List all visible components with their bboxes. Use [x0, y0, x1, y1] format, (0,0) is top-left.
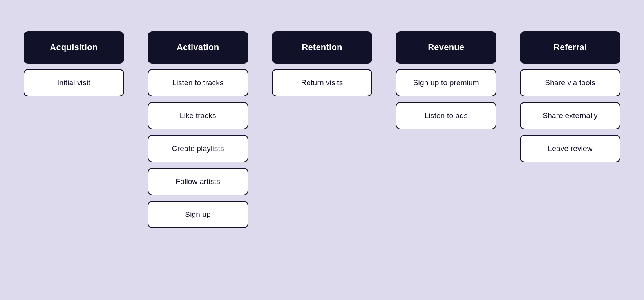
item-create-playlists[interactable]: Create playlists [148, 135, 248, 162]
column-activation: ActivationListen to tracksLike tracksCre… [148, 31, 248, 228]
item-like-tracks[interactable]: Like tracks [148, 102, 248, 129]
header-revenue: Revenue [396, 31, 496, 64]
item-return-visits[interactable]: Return visits [272, 69, 373, 96]
item-share-externally[interactable]: Share externally [520, 102, 620, 129]
column-acquisition: AcquisitionInitial visit [24, 31, 124, 96]
header-acquisition: Acquisition [24, 31, 124, 64]
item-initial-visit[interactable]: Initial visit [24, 69, 124, 96]
item-sign-up[interactable]: Sign up [148, 201, 248, 228]
item-leave-review[interactable]: Leave review [520, 135, 620, 162]
item-follow-artists[interactable]: Follow artists [148, 168, 248, 195]
column-retention: RetentionReturn visits [272, 31, 373, 96]
item-share-via-tools[interactable]: Share via tools [520, 69, 620, 96]
header-retention: Retention [272, 31, 373, 64]
header-referral: Referral [520, 31, 620, 64]
column-revenue: RevenueSign up to premiumListen to ads [396, 31, 496, 129]
header-activation: Activation [148, 31, 248, 64]
item-sign-up-to-premium[interactable]: Sign up to premium [396, 69, 496, 96]
item-listen-to-tracks[interactable]: Listen to tracks [148, 69, 248, 96]
column-referral: ReferralShare via toolsShare externallyL… [520, 31, 620, 162]
item-listen-to-ads[interactable]: Listen to ads [396, 102, 496, 129]
kanban-board: AcquisitionInitial visitActivationListen… [24, 31, 620, 228]
